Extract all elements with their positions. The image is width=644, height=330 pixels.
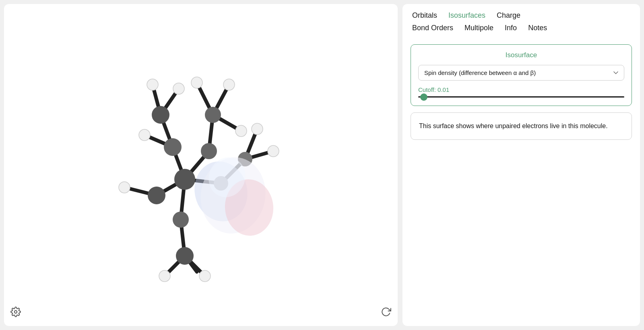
tab-info[interactable]: Info [505, 24, 517, 32]
svg-point-34 [191, 77, 202, 88]
tab-notes[interactable]: Notes [528, 24, 547, 32]
isosurface-card: Isosurface Spin density (difference betw… [411, 44, 632, 106]
settings-icon[interactable] [10, 307, 21, 320]
molecule-svg [60, 10, 342, 292]
svg-point-25 [173, 212, 189, 228]
cutoff-section: Cutoff: 0.01 [418, 86, 624, 98]
svg-point-36 [235, 125, 247, 137]
svg-point-39 [159, 270, 170, 282]
cutoff-label: Cutoff: 0.01 [418, 86, 624, 93]
svg-point-22 [164, 138, 182, 156]
description-text: This surface shows where unpaired electr… [419, 122, 608, 129]
tab-isosurfaces[interactable]: Isosurfaces [448, 11, 485, 20]
molecule-viewer-panel [4, 4, 398, 326]
svg-point-33 [173, 83, 184, 94]
description-card: This surface shows where unpaired electr… [411, 112, 632, 140]
svg-point-27 [152, 106, 169, 124]
svg-point-21 [174, 169, 195, 190]
molecule-canvas [4, 4, 398, 326]
tabs-row-2: Bond Orders Multipole Info Notes [402, 20, 640, 38]
svg-point-26 [148, 187, 165, 204]
tab-charge[interactable]: Charge [497, 11, 520, 20]
svg-point-38 [252, 123, 263, 135]
isosurface-dropdown[interactable]: Spin density (difference between α and β… [418, 65, 624, 81]
right-panel: Orbitals Isosurfaces Charge Bond Orders … [402, 4, 640, 326]
svg-point-31 [139, 129, 150, 141]
isosurface-title: Isosurface [418, 51, 624, 59]
svg-point-23 [201, 143, 217, 159]
refresh-icon[interactable] [381, 307, 391, 320]
svg-point-32 [147, 79, 158, 90]
tab-bond-orders[interactable]: Bond Orders [412, 24, 453, 32]
svg-point-37 [268, 145, 279, 157]
panel-content: Isosurface Spin density (difference betw… [402, 38, 640, 326]
tab-orbitals[interactable]: Orbitals [412, 11, 437, 20]
svg-point-28 [205, 107, 221, 123]
svg-point-35 [223, 79, 235, 90]
tab-multipole[interactable]: Multipole [464, 24, 493, 32]
cutoff-slider[interactable] [418, 96, 624, 98]
svg-point-46 [14, 311, 17, 313]
tabs-row-1: Orbitals Isosurfaces Charge [402, 4, 640, 20]
svg-point-40 [199, 270, 211, 282]
svg-point-30 [176, 247, 194, 265]
svg-point-41 [119, 182, 130, 193]
